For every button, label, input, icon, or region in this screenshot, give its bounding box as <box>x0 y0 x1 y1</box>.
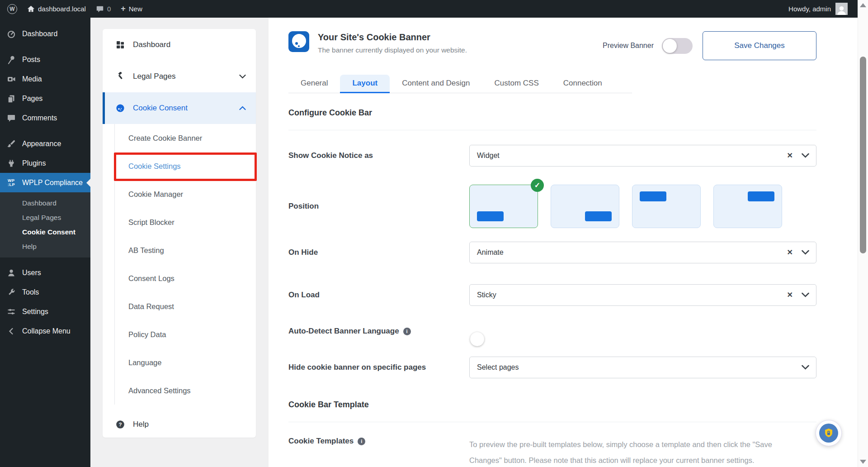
submenu-cookie-settings[interactable]: Cookie Settings <box>115 152 256 180</box>
wordpress-logo-menu[interactable]: W <box>5 0 20 18</box>
tab-general[interactable]: General <box>288 75 340 93</box>
gavel-icon <box>115 72 125 81</box>
sidebar-item-appearance[interactable]: Appearance <box>0 134 90 153</box>
wplp-submenu-help[interactable]: Help <box>0 239 90 254</box>
submenu-create-cookie-banner[interactable]: Create Cookie Banner <box>115 124 256 152</box>
show-notice-select[interactable]: Widget <box>469 145 816 167</box>
chevron-down-icon[interactable] <box>802 250 809 255</box>
submenu-cookie-manager[interactable]: Cookie Manager <box>115 180 256 208</box>
position-option-bottom-right[interactable] <box>551 185 619 228</box>
toggle-knob <box>470 332 484 346</box>
position-option-top-right[interactable] <box>713 185 782 228</box>
sidebar-item-label: Media <box>22 75 42 83</box>
submenu-consent-logs[interactable]: Consent Logs <box>115 264 256 292</box>
save-changes-button[interactable]: Save Changes <box>703 31 816 60</box>
security-shield-fab[interactable] <box>816 420 842 446</box>
avatar[interactable] <box>835 3 848 15</box>
scroll-down-arrow[interactable] <box>860 460 866 464</box>
plus-icon: + <box>121 4 126 14</box>
on-load-label: On Load <box>288 291 469 300</box>
submenu-ab-testing[interactable]: AB Testing <box>115 236 256 264</box>
plugin-nav-dashboard[interactable]: Dashboard <box>103 29 256 61</box>
sidebar-item-pages[interactable]: Pages <box>0 89 90 108</box>
section-heading-configure: Configure Cookie Bar <box>288 108 816 118</box>
plugin-nav-cookie-consent[interactable]: Cookie Consent <box>103 92 256 124</box>
plugin-nav-help[interactable]: ? Help <box>103 409 256 438</box>
site-name-label: dashboard.local <box>38 5 86 13</box>
sidebar-item-plugins[interactable]: Plugins <box>0 153 90 173</box>
sidebar-item-tools[interactable]: Tools <box>0 282 90 302</box>
paintbrush-icon <box>6 139 16 149</box>
wplp-submenu-cookie-consent[interactable]: Cookie Consent <box>0 225 90 239</box>
banner-header-text: Your Site's Cookie Banner The banner cur… <box>318 31 467 54</box>
submenu-script-blocker[interactable]: Script Blocker <box>115 208 256 236</box>
tab-connection[interactable]: Connection <box>551 75 614 93</box>
tab-custom-css[interactable]: Custom CSS <box>482 75 551 93</box>
auto-detect-label: Auto-Detect Banner Language i <box>288 327 469 336</box>
sidebar-item-label: Collapse Menu <box>22 327 71 335</box>
scrollbar-thumb[interactable] <box>860 57 866 253</box>
preview-banner-toggle[interactable] <box>662 38 693 54</box>
sidebar-item-users[interactable]: Users <box>0 263 90 282</box>
chevron-down-icon[interactable] <box>802 153 809 158</box>
sidebar-item-label: Tools <box>22 288 39 296</box>
show-notice-label: Show Cookie Notice as <box>288 151 469 160</box>
on-load-select[interactable]: Sticky <box>469 284 816 306</box>
clear-icon[interactable]: ✕ <box>787 249 793 256</box>
submenu-policy-data[interactable]: Policy Data <box>115 320 256 348</box>
clear-icon[interactable]: ✕ <box>787 291 793 299</box>
tab-layout[interactable]: Layout <box>340 75 390 93</box>
submenu-language[interactable]: Language <box>115 348 256 376</box>
clear-icon[interactable]: ✕ <box>787 152 793 159</box>
on-hide-label: On Hide <box>288 248 469 257</box>
comment-bubble-icon <box>6 113 16 123</box>
comments-link[interactable]: 0 <box>93 0 113 18</box>
collapse-arrow-icon <box>6 326 16 336</box>
sidebar-item-posts[interactable]: Posts <box>0 50 90 69</box>
cookie-banner-icon <box>288 31 309 52</box>
user-icon <box>6 268 16 278</box>
plugin-nav-label: Dashboard <box>133 40 170 49</box>
pages-icon <box>6 94 16 104</box>
banner-header: Your Site's Cookie Banner The banner cur… <box>288 31 816 61</box>
banner-position-preview <box>640 191 666 201</box>
page-subtitle: The banner currently displayed on your w… <box>318 46 467 54</box>
info-icon[interactable]: i <box>358 438 365 445</box>
new-content-menu[interactable]: + New <box>118 0 145 18</box>
home-icon <box>27 5 35 13</box>
comment-icon <box>96 5 104 13</box>
wplp-submenu: Dashboard Legal Pages Cookie Consent Hel… <box>0 192 90 257</box>
on-hide-select[interactable]: Animate <box>469 242 816 263</box>
sidebar-item-settings[interactable]: Settings <box>0 302 90 321</box>
sidebar-item-dashboard[interactable]: Dashboard <box>0 24 90 43</box>
chevron-down-icon[interactable] <box>802 365 809 370</box>
chevron-down-icon[interactable] <box>802 293 809 298</box>
submenu-advanced-settings[interactable]: Advanced Settings <box>115 376 256 405</box>
shield-lock-icon <box>819 424 838 443</box>
plugin-sidebar-band: Dashboard Legal Pages Cookie Consent <box>90 18 269 467</box>
on-load-row: On Load Sticky ✕ <box>288 284 816 306</box>
auto-detect-row: Auto-Detect Banner Language i <box>288 327 816 336</box>
position-option-bottom-left[interactable]: ✓ <box>469 185 538 228</box>
cookie-templates-label: Cookie Templates i <box>288 437 469 446</box>
sidebar-item-collapse-menu[interactable]: Collapse Menu <box>0 321 90 341</box>
position-option-top-left[interactable] <box>632 185 701 228</box>
scroll-up-arrow[interactable] <box>860 3 866 7</box>
plugin-nav-legal-pages[interactable]: Legal Pages <box>103 61 256 92</box>
howdy-admin-link[interactable]: Howdy, admin <box>788 5 831 13</box>
info-icon[interactable]: i <box>403 328 411 335</box>
page-title: Your Site's Cookie Banner <box>318 31 467 43</box>
submenu-data-request[interactable]: Data Request <box>115 292 256 320</box>
wplp-submenu-dashboard[interactable]: Dashboard <box>0 196 90 210</box>
sidebar-item-media[interactable]: Media <box>0 69 90 89</box>
hide-pages-select[interactable]: Select pages <box>469 357 816 378</box>
hide-pages-label: Hide cookie banner on specific pages <box>288 363 469 372</box>
tab-content-and-design[interactable]: Content and Design <box>390 75 482 93</box>
sidebar-item-comments[interactable]: Comments <box>0 108 90 128</box>
wplp-submenu-legal-pages[interactable]: Legal Pages <box>0 210 90 225</box>
scrollbar <box>858 0 868 467</box>
site-name-link[interactable]: dashboard.local <box>24 0 89 18</box>
wordpress-admin-page: W dashboard.local 0 + New Howdy, admin <box>0 0 868 467</box>
sidebar-item-wplp-compliance[interactable]: WP:LP WPLP Compliance <box>0 173 90 192</box>
main-content: Your Site's Cookie Banner The banner cur… <box>269 18 858 467</box>
